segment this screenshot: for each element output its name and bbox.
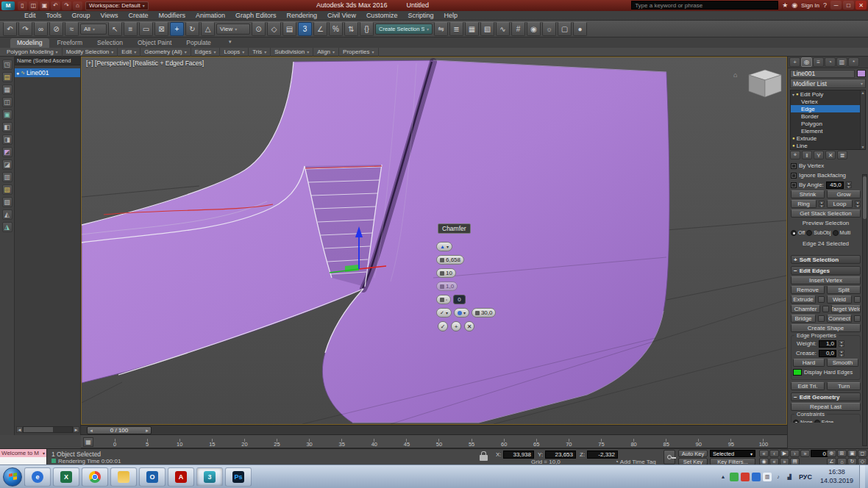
current-frame-field[interactable]: 0 (811, 450, 828, 457)
menu-item[interactable]: Animation (191, 11, 230, 21)
workspace-dropdown[interactable]: Workspace: Default ▾ (85, 1, 149, 10)
start-button[interactable] (3, 467, 22, 487)
tab-modify-icon[interactable]: ◎ (801, 57, 812, 67)
render-setup-icon[interactable]: ☼ (542, 22, 556, 36)
scroll-down-icon[interactable]: ▼ (861, 145, 865, 149)
tab-motion-icon[interactable]: ◔ (825, 57, 836, 67)
stack-item-element[interactable]: Element (791, 127, 865, 134)
stack-item-extrude[interactable]: ● Extrude (791, 134, 865, 142)
hard-edge-color-swatch[interactable] (793, 369, 802, 376)
select-and-move-icon[interactable]: + (170, 22, 184, 36)
object-color-swatch[interactable] (857, 70, 866, 77)
menu-item[interactable]: Civil View (322, 11, 361, 21)
menu-item[interactable]: Views (96, 11, 124, 21)
keyboard-shortcut-override-icon[interactable]: ▤ (282, 22, 296, 36)
stack-item-border[interactable]: Border (791, 112, 865, 120)
chamfer-open-toggle[interactable]: ▫ (436, 295, 451, 304)
explorer-tool-icon[interactable]: ▥ (2, 172, 13, 182)
crease-spinner[interactable]: ▲▼ (839, 350, 844, 356)
menu-item[interactable]: Group (67, 11, 96, 21)
align-icon[interactable]: ≣ (449, 22, 463, 36)
zoom-extents-all-icon[interactable]: ◻ (858, 450, 867, 457)
explorer-tool-icon[interactable]: ◪ (2, 159, 13, 170)
explorer-hscrollbar[interactable]: ◄ ► (16, 426, 79, 433)
caddy-apply-button[interactable]: + (451, 321, 461, 331)
get-stack-selection-button[interactable]: Get Stack Selection (791, 209, 861, 218)
zoom-extents-icon[interactable]: ▣ (847, 450, 857, 457)
explorer-tool-icon[interactable]: ◧ (2, 122, 13, 132)
scroll-thumb[interactable] (24, 427, 53, 432)
selection-filter-dropdown[interactable]: All ▾ (80, 24, 107, 35)
time-slider-track[interactable]: ◄ 0 / 100 ► (81, 425, 787, 435)
language-indicator[interactable]: РУС (797, 473, 814, 481)
by-angle-row[interactable]: By Angle: 45,0 ▲▼ (791, 181, 861, 189)
redo-icon[interactable]: ↷ (18, 22, 32, 36)
x-coordinate-field[interactable]: 33,938 (503, 451, 534, 459)
tab-display-icon[interactable]: ▥ (836, 57, 847, 67)
ribbon-minimize-icon[interactable]: ▾ (227, 39, 234, 45)
spinner-snap-icon[interactable]: ⇅ (344, 22, 358, 36)
help-icon[interactable]: ? (823, 1, 827, 9)
selection-set-dropdown[interactable]: Selected▾ (710, 450, 755, 457)
named-selection-sets-icon[interactable]: {} (360, 22, 374, 36)
stack-scrollbar[interactable]: ▲ ▼ (860, 90, 865, 149)
select-and-rotate-icon[interactable]: ↻ (185, 22, 199, 36)
tray-icon[interactable] (741, 473, 750, 481)
menu-item[interactable]: Rendering (282, 11, 323, 21)
save-file-icon[interactable]: ▣ (40, 1, 49, 10)
explorer-tool-icon[interactable]: ◭ (2, 209, 13, 220)
stack-item-line[interactable]: ● Line (791, 142, 865, 149)
ignore-backfacing-row[interactable]: Ignore Backfacing (791, 171, 861, 179)
time-slider-handle[interactable]: ◄ 0 / 100 ► (87, 426, 152, 434)
ribbon-tab[interactable]: Object Paint (131, 38, 178, 48)
mini-curve-editor-icon[interactable]: ▦ (83, 437, 93, 447)
angle-snap-icon[interactable]: ∠ (313, 22, 327, 36)
remove-button[interactable]: Remove (791, 286, 825, 294)
chamfer-button[interactable]: Chamfer (791, 305, 820, 313)
ribbon-panel-item[interactable]: Polygon Modeling ▾ (3, 48, 63, 57)
ribbon-panel-item[interactable]: Loops ▾ (220, 48, 249, 57)
ribbon-panel-item[interactable]: Properties ▾ (339, 48, 378, 57)
perspective-viewport[interactable]: ⌂ [+] [Perspective] [Realistic + Edged F… (81, 57, 787, 425)
explorer-tool-icon[interactable]: ▨ (2, 197, 13, 207)
bind-to-space-warp-icon[interactable]: ≈ (65, 22, 79, 36)
turn-button[interactable]: Turn (827, 382, 861, 390)
edit-tri-button[interactable]: Edit Tri. (791, 382, 825, 390)
ribbon-panel-item[interactable]: Tris ▾ (249, 48, 271, 57)
by-vertex-row[interactable]: By Vertex (791, 162, 861, 170)
command-panel-scrollbar[interactable] (862, 174, 867, 446)
selection-lock-icon[interactable] (480, 455, 488, 461)
by-vertex-checkbox[interactable] (791, 163, 797, 169)
menu-item[interactable]: Scripting (402, 11, 438, 21)
tray-network-icon[interactable]: ▟ (785, 473, 794, 481)
select-by-name-icon[interactable]: ≡ (124, 22, 138, 36)
rectangular-selection-icon[interactable]: ▭ (139, 22, 153, 36)
select-and-scale-icon[interactable]: △ (201, 22, 215, 36)
explorer-tool-icon[interactable]: ▤ (2, 72, 13, 82)
sign-in-link[interactable]: Sign In (801, 2, 819, 9)
smooth-toggle-dropdown[interactable]: ✓ ▾ (436, 308, 452, 317)
go-to-end-icon[interactable]: » (800, 450, 810, 457)
tab-hierarchy-icon[interactable]: ≡ (813, 57, 824, 67)
ribbon-tab[interactable]: Freeform (51, 38, 89, 48)
by-angle-value[interactable]: 45,0 (826, 182, 844, 189)
ribbon-panel-item[interactable]: Edit ▾ (118, 48, 140, 57)
configure-modifier-sets-icon[interactable]: ≣ (837, 151, 847, 159)
explorer-tool-icon[interactable]: ◮ (2, 222, 13, 232)
menu-item[interactable]: Modifiers (153, 11, 191, 21)
constraint-none-radio[interactable] (793, 420, 799, 423)
explorer-tool-icon[interactable]: ▧ (2, 184, 13, 195)
caddy-cancel-button[interactable]: ✕ (464, 321, 474, 331)
extrude-settings-icon[interactable] (818, 296, 825, 303)
window-crossing-icon[interactable]: ⊠ (154, 22, 168, 36)
explorer-tool-icon[interactable]: ▣ (2, 110, 13, 120)
frame-back-icon[interactable]: ◄ (89, 428, 93, 433)
by-angle-spinner[interactable]: ▲▼ (846, 182, 852, 188)
stack-item-edge[interactable]: Edge ▪ (791, 105, 865, 112)
tray-icon[interactable] (730, 473, 739, 481)
chamfer-amount-field[interactable]: 6,658 (436, 255, 464, 265)
reference-coordinate-dropdown[interactable]: View ▾ (216, 24, 250, 35)
scroll-left-icon[interactable]: ◄ (16, 426, 23, 433)
taskbar-app-chrome[interactable] (82, 467, 108, 487)
app-logo-icon[interactable]: M (1, 1, 15, 10)
